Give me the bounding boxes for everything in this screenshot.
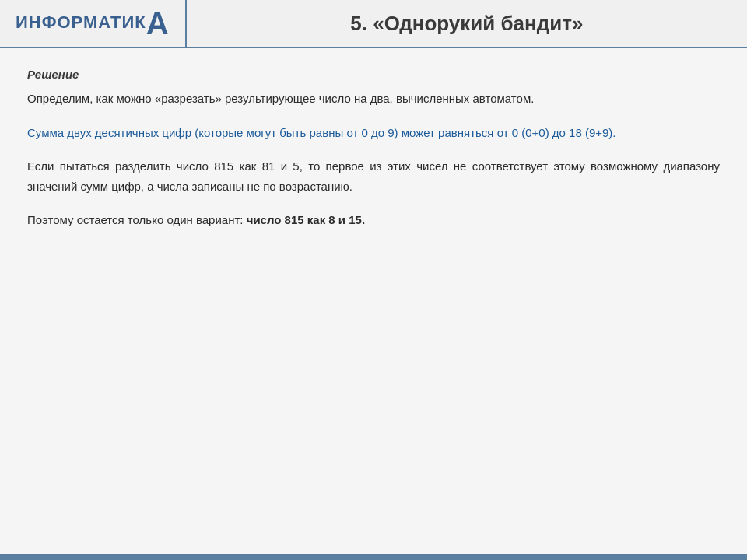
paragraph-4: Поэтому остается только один вариант: чи… xyxy=(27,210,720,230)
logo-text: ИНФОРМАТИКА xyxy=(16,8,170,39)
section-label: Решение xyxy=(27,68,720,81)
paragraph-2: Сумма двух десятичных цифр (которые могу… xyxy=(27,123,720,143)
content-area: Решение Определим, как можно «разрезать»… xyxy=(0,48,747,554)
main-title: 5. «Однорукий бандит» xyxy=(350,12,583,36)
logo-big-letter: А xyxy=(146,6,170,40)
paragraph-3: Если пытаться разделить число 815 как 81… xyxy=(27,156,720,196)
header: ИНФОРМАТИКА 5. «Однорукий бандит» xyxy=(0,0,747,48)
paragraph-4-bold: число 815 как 8 и 15. xyxy=(247,213,365,226)
paragraph-4-start: Поэтому остается только один вариант: xyxy=(27,213,247,226)
title-area: 5. «Однорукий бандит» xyxy=(187,0,747,47)
page-container: ИНФОРМАТИКА 5. «Однорукий бандит» Решени… xyxy=(0,0,747,560)
paragraph-1: Определим, как можно «разрезать» результ… xyxy=(27,89,720,109)
bottom-bar xyxy=(0,554,747,560)
logo-main: ИНФОРМАТИК xyxy=(16,12,146,32)
logo-area: ИНФОРМАТИКА xyxy=(0,0,187,47)
